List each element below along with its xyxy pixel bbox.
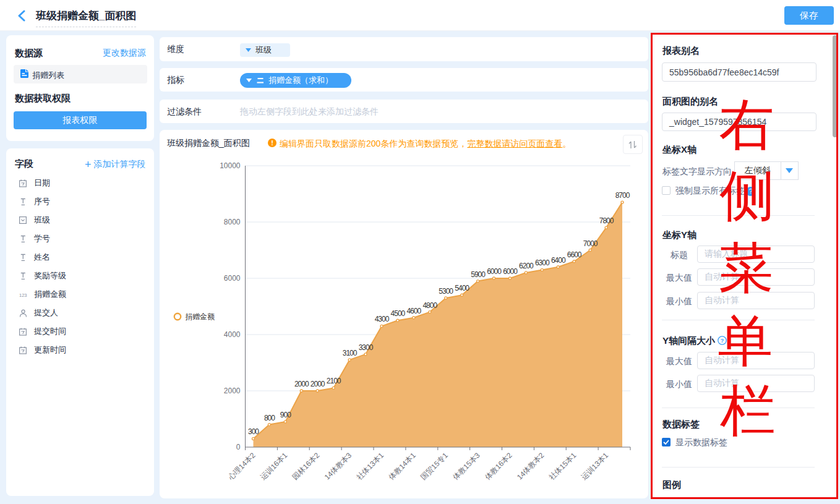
svg-text:5400: 5400 xyxy=(455,284,469,293)
svg-text:6200: 6200 xyxy=(519,262,534,270)
svg-text:4500: 4500 xyxy=(391,309,406,318)
svg-text:14体教本3: 14体教本3 xyxy=(323,451,354,482)
svg-text:心理14本2: 心理14本2 xyxy=(226,451,257,482)
svg-text:国贸15专1: 国贸15专1 xyxy=(419,451,450,482)
svg-text:14体教本2: 14体教本2 xyxy=(515,451,546,482)
svg-text:10000: 10000 xyxy=(220,161,241,170)
svg-text:社体15本1: 社体15本1 xyxy=(547,451,578,482)
svg-text:4000: 4000 xyxy=(224,330,241,339)
svg-text:体教15本3: 体教15本3 xyxy=(451,451,482,482)
svg-text:捐赠金额: 捐赠金额 xyxy=(185,312,215,321)
svg-text:社体13本1: 社体13本1 xyxy=(354,451,385,482)
svg-text:300: 300 xyxy=(248,427,259,436)
svg-text:8700: 8700 xyxy=(615,191,630,200)
svg-text:体教16本2: 体教16本2 xyxy=(483,451,514,482)
svg-text:800: 800 xyxy=(264,414,275,422)
svg-text:3300: 3300 xyxy=(359,343,374,352)
svg-text:6000: 6000 xyxy=(487,267,502,276)
svg-text:6000: 6000 xyxy=(503,267,518,276)
svg-text:6300: 6300 xyxy=(535,258,550,267)
svg-text:运训13本1: 运训13本1 xyxy=(580,451,611,482)
svg-text:6400: 6400 xyxy=(551,256,566,265)
svg-text:6600: 6600 xyxy=(567,250,582,259)
svg-text:园林16本2: 园林16本2 xyxy=(291,451,322,482)
svg-text:5900: 5900 xyxy=(471,270,486,279)
svg-text:2100: 2100 xyxy=(327,377,341,385)
svg-text:8000: 8000 xyxy=(224,218,241,226)
svg-text:900: 900 xyxy=(280,411,291,419)
svg-text:2000: 2000 xyxy=(311,380,325,388)
svg-text:4300: 4300 xyxy=(375,315,390,323)
svg-text:2000: 2000 xyxy=(224,387,241,395)
svg-text:6000: 6000 xyxy=(224,274,241,283)
svg-text:4800: 4800 xyxy=(422,301,437,310)
svg-text:3100: 3100 xyxy=(343,349,358,357)
svg-text:0: 0 xyxy=(236,443,241,451)
svg-text:运训16本1: 运训16本1 xyxy=(259,451,289,482)
svg-text:7800: 7800 xyxy=(599,216,614,225)
svg-text:2000: 2000 xyxy=(294,380,309,388)
svg-text:123: 123 xyxy=(19,292,27,297)
svg-text:体教14本1: 体教14本1 xyxy=(387,451,418,482)
svg-text:5300: 5300 xyxy=(439,287,453,296)
svg-text:7000: 7000 xyxy=(583,239,598,248)
svg-text:4600: 4600 xyxy=(406,307,421,315)
